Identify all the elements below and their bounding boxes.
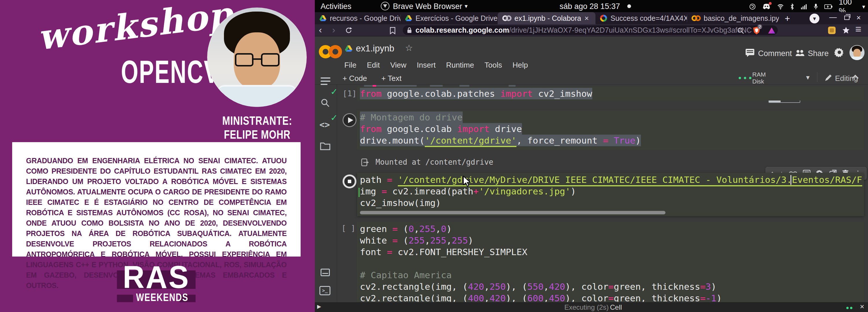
lock-icon (407, 27, 412, 34)
presenter-photo (207, 7, 307, 107)
tab-success-code[interactable]: Success code=4/1AX4XfWgk (595, 12, 687, 24)
bottom-panel-icon[interactable] (320, 269, 330, 276)
code-line[interactable]: # Montagem do drive (360, 111, 463, 123)
code-line[interactable] (360, 258, 722, 269)
tab-ex1-colaboratory-active[interactable]: ex1.ipynb - Colaboratory × (498, 12, 595, 24)
extension-yellow-icon[interactable] (828, 27, 836, 34)
reload-button[interactable] (345, 27, 352, 34)
presenter-label: MINISTRANTE: (211, 113, 304, 129)
menu-insert[interactable]: Insert (417, 61, 436, 70)
workshop-banner: workshop OPENCV MINISTRANTE: FELIPE MOHR… (0, 0, 315, 312)
table-of-contents-icon[interactable] (320, 77, 331, 87)
colab-icon (502, 15, 511, 21)
menu-edit[interactable]: Edit (367, 61, 380, 70)
search-icon[interactable] (737, 27, 744, 34)
code-line[interactable]: white = (255,255,255) (360, 235, 722, 246)
battery-icon[interactable] (824, 3, 832, 10)
wifi-icon[interactable] (777, 3, 784, 10)
notebook-filename[interactable]: ex1.ipynb (356, 43, 394, 54)
system-tray: 100 % ▾ (749, 2, 865, 11)
code-line[interactable]: from google.colab import drive (360, 123, 522, 135)
execution-status: Executing (2s) Cell (550, 303, 637, 311)
executing-cell-link[interactable]: Cell (610, 303, 622, 311)
menu-file[interactable]: File (344, 61, 356, 70)
execution-count-empty[interactable]: [ ] (341, 223, 355, 233)
code-line[interactable]: path = '/content/gdrive/MyDrive/DRIVE IE… (360, 174, 862, 185)
recording-indicator-dot (627, 4, 631, 8)
window-restore-button[interactable] (844, 15, 849, 20)
find-replace-icon[interactable] (320, 98, 330, 107)
code-line[interactable]: from google.colab.patches import cv2_ims… (360, 88, 592, 99)
mouse-cursor (462, 176, 472, 187)
menu-tools[interactable]: Tools (484, 61, 502, 70)
discord-icon[interactable] (762, 3, 771, 10)
share-button[interactable]: Share (808, 49, 829, 58)
tab-recursos[interactable]: recursos - Google Drive (315, 12, 400, 24)
tray-caret-icon[interactable]: ▾ (862, 3, 865, 10)
files-folder-icon[interactable] (320, 142, 331, 150)
focused-app-name[interactable]: Brave Web Browser (393, 2, 462, 11)
google-icon (600, 15, 607, 22)
code-cell-mount-drive[interactable]: # Montagem do drivefrom google.colab imp… (357, 110, 864, 150)
menu-view[interactable]: View (390, 61, 406, 70)
photo-glasses-right (261, 53, 279, 66)
tab-close-icon[interactable]: × (585, 14, 589, 23)
stop-execution-button[interactable] (343, 174, 356, 188)
add-code-button[interactable]: + Code (343, 74, 367, 83)
code-cell-import[interactable]: from google.colab.patches import cv2_ims… (357, 87, 864, 101)
add-text-button[interactable]: + Text (381, 74, 402, 83)
browser-menu-icon[interactable]: ≡ (855, 25, 861, 34)
tab-label: ex1.ipynb - Colaboratory (515, 14, 581, 23)
code-cell-imread[interactable]: path = '/content/gdrive/MyDrive/DRIVE IE… (357, 173, 864, 216)
code-line[interactable]: # Capitao America (360, 269, 722, 281)
execution-count[interactable]: [1] (343, 89, 357, 98)
code-cell-drawing[interactable]: green = (0,255,0)white = (255,255,255)fo… (357, 222, 864, 302)
run-cell-button[interactable] (343, 113, 356, 127)
status-dots (845, 305, 852, 310)
window-minimize-button[interactable]: — (829, 13, 837, 22)
bluetooth-icon[interactable] (790, 2, 794, 11)
brave-app-icon[interactable] (381, 2, 390, 10)
back-button[interactable]: ‹ (319, 26, 322, 34)
extensions-star-icon[interactable] (842, 26, 850, 34)
output-icon[interactable] (361, 158, 369, 166)
new-tab-button[interactable]: + (785, 13, 790, 24)
close-status-icon[interactable]: × (860, 302, 864, 311)
comment-icon[interactable] (745, 48, 754, 57)
code-line[interactable]: drive.mount('/content/gdrive', force_rem… (360, 135, 641, 146)
expand-console-icon[interactable]: ▶ (317, 303, 321, 310)
account-avatar[interactable] (849, 45, 865, 60)
bookmark-icon[interactable] (390, 27, 396, 34)
url-bar[interactable]: colab.research.google.com/drive/1jJHzWaO… (403, 26, 778, 35)
volume-icon[interactable] (801, 3, 807, 11)
window-close-button[interactable]: × (857, 13, 861, 22)
code-line[interactable]: font = cv2.FONT_HERSHEY_SIMPLEX (360, 246, 722, 258)
settings-gear-icon[interactable] (834, 47, 845, 58)
menu-help[interactable]: Help (513, 61, 528, 70)
menu-runtime[interactable]: Runtime (446, 61, 474, 70)
activities-button[interactable]: Activities (320, 2, 351, 11)
tab-basico-de-imagens[interactable]: basico_de_imagens.ipynb - C (687, 12, 779, 24)
cell-horizontal-scrollbar[interactable] (360, 211, 665, 214)
code-line[interactable]: img = cv2.imread(path+'/vingadores.jpg') (360, 185, 862, 197)
comment-button[interactable]: Comment (758, 49, 792, 58)
app-menu-caret[interactable]: ▾ (465, 3, 468, 9)
share-icon[interactable] (795, 49, 805, 57)
forward-button[interactable]: › (332, 26, 335, 34)
microphone-icon[interactable] (814, 2, 818, 11)
code-line[interactable]: cv2_imshow(img) (360, 197, 862, 209)
tab-exercicios[interactable]: Exercícios - Google Drive (400, 12, 498, 24)
terminal-icon[interactable]: >_ (319, 286, 331, 295)
clock-label[interactable]: sáb ago 28 15:37 (560, 2, 620, 11)
obs-icon[interactable] (749, 3, 756, 11)
ram-label: RAM (752, 71, 766, 78)
browser-profile-button[interactable]: ▾ (810, 13, 819, 24)
star-icon[interactable]: ☆ (405, 43, 413, 53)
resources-caret-icon[interactable]: ▾ (806, 73, 810, 81)
code-snippets-icon[interactable]: <> (319, 119, 330, 130)
extension-triangle-icon[interactable] (768, 27, 775, 34)
code-line[interactable]: cv2.rectangle(img, (420,250), (550,420),… (360, 281, 722, 292)
code-line[interactable]: green = (0,255,0) (360, 223, 722, 235)
discord-notification-dot (769, 2, 772, 5)
code-line[interactable]: cv2.rectangle(img, (400,420), (600,450),… (360, 292, 722, 302)
